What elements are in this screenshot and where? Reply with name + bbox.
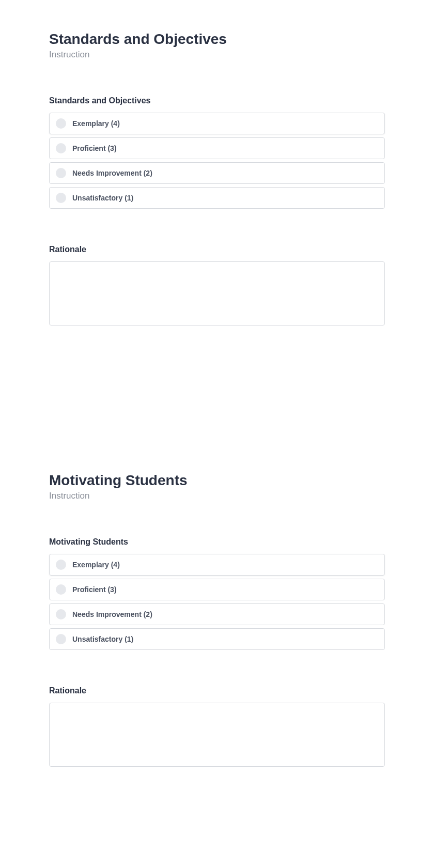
section-title: Standards and Objectives <box>49 31 385 48</box>
section-subtitle: Instruction <box>49 491 385 501</box>
option-label: Needs Improvement (2) <box>72 610 152 618</box>
option-label: Unsatisfactory (1) <box>72 635 133 643</box>
option-needs-improvement[interactable]: Needs Improvement (2) <box>49 603 385 625</box>
option-needs-improvement[interactable]: Needs Improvement (2) <box>49 162 385 184</box>
radio-icon <box>56 634 66 644</box>
radio-icon <box>56 143 66 153</box>
section-subtitle: Instruction <box>49 50 385 60</box>
options-group: Exemplary (4) Proficient (3) Needs Impro… <box>49 113 385 209</box>
rationale-label: Rationale <box>49 686 385 695</box>
section-title: Motivating Students <box>49 472 385 489</box>
radio-icon <box>56 168 66 178</box>
option-proficient[interactable]: Proficient (3) <box>49 137 385 159</box>
option-label: Proficient (3) <box>72 144 117 152</box>
section-standards-objectives: Standards and Objectives Instruction Sta… <box>49 31 385 328</box>
radio-icon <box>56 193 66 203</box>
question-label: Motivating Students <box>49 537 385 547</box>
rationale-textarea[interactable] <box>49 703 385 767</box>
question-label: Standards and Objectives <box>49 96 385 105</box>
option-unsatisfactory[interactable]: Unsatisfactory (1) <box>49 187 385 209</box>
radio-icon <box>56 609 66 619</box>
radio-icon <box>56 560 66 570</box>
section-motivating-students: Motivating Students Instruction Motivati… <box>49 472 385 769</box>
option-label: Unsatisfactory (1) <box>72 194 133 202</box>
rationale-textarea[interactable] <box>49 261 385 326</box>
option-label: Proficient (3) <box>72 585 117 594</box>
rationale-label: Rationale <box>49 245 385 254</box>
option-exemplary[interactable]: Exemplary (4) <box>49 113 385 134</box>
option-exemplary[interactable]: Exemplary (4) <box>49 554 385 576</box>
options-group: Exemplary (4) Proficient (3) Needs Impro… <box>49 554 385 650</box>
option-proficient[interactable]: Proficient (3) <box>49 579 385 600</box>
option-label: Exemplary (4) <box>72 561 120 569</box>
option-label: Needs Improvement (2) <box>72 169 152 177</box>
radio-icon <box>56 584 66 595</box>
radio-icon <box>56 118 66 129</box>
option-label: Exemplary (4) <box>72 119 120 128</box>
option-unsatisfactory[interactable]: Unsatisfactory (1) <box>49 628 385 650</box>
